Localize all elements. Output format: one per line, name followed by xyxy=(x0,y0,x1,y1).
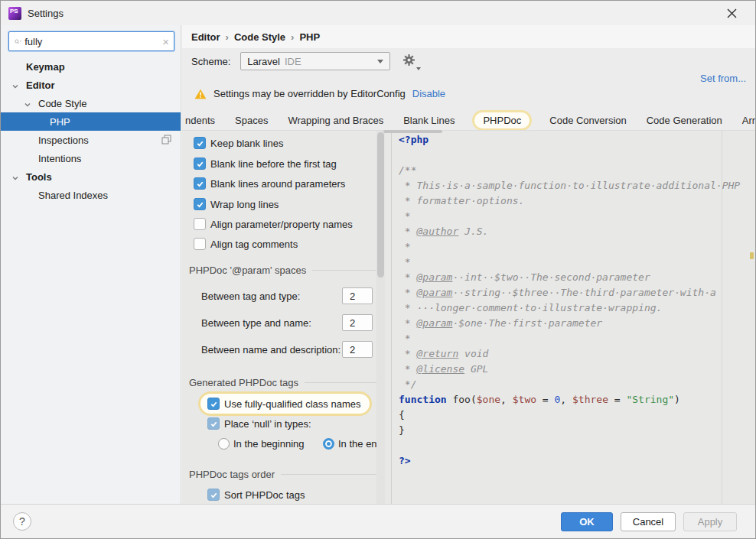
checkbox-place-null-in-types[interactable]: Place ‘null’ in types: xyxy=(207,416,311,431)
chevron-down-icon[interactable] xyxy=(11,81,19,93)
settings-search-box[interactable]: × xyxy=(8,31,174,51)
tab-tabs-and-indents[interactable]: ndents xyxy=(182,115,225,126)
settings-content: Editor › Code Style › PHP Scheme: Larave… xyxy=(182,25,756,505)
settings-tree: Keymap Editor Code Style PHP Inspections… xyxy=(1,57,181,204)
window-title: Settings xyxy=(28,8,64,19)
code-line: ?> xyxy=(399,453,756,469)
search-input[interactable] xyxy=(21,36,162,47)
checkbox-wrap-long-lines[interactable]: Wrap long lines xyxy=(194,196,279,212)
checkbox-checked-icon xyxy=(194,137,206,149)
code-segment: "String" xyxy=(626,394,674,405)
checkbox-keep-blank-lines[interactable]: Keep blank lines xyxy=(194,135,283,151)
checkbox-checked-icon xyxy=(207,489,220,501)
spinner-label: Between tag and type: xyxy=(201,291,300,302)
tree-item-label: Keymap xyxy=(26,61,65,73)
search-icon xyxy=(15,36,21,47)
between-name-and-description-input[interactable] xyxy=(342,341,373,358)
error-stripe-mark xyxy=(750,252,754,259)
tree-item-keymap[interactable]: Keymap xyxy=(1,57,181,76)
radio-in-the-beginning[interactable]: In the beginning xyxy=(218,436,305,451)
code-segment: * xyxy=(399,363,416,375)
code-segment: $one xyxy=(477,394,500,405)
breadcrumb-separator: › xyxy=(291,31,294,43)
checkbox-align-tag-comments[interactable]: Align tag comments xyxy=(194,236,298,252)
copy-squares-icon xyxy=(161,135,171,147)
close-button[interactable] xyxy=(723,5,740,21)
chevron-down-icon[interactable] xyxy=(11,173,19,184)
code-segment: = xyxy=(608,394,626,405)
code-line: * @return void xyxy=(399,346,756,362)
checkbox-use-fully-qualified-class-names[interactable]: Use fully-qualified class names xyxy=(200,394,370,414)
checkbox-label: Use fully-qualified class names xyxy=(224,398,360,410)
breadcrumb-code-style[interactable]: Code Style xyxy=(234,31,285,43)
tree-item-tools[interactable]: Tools xyxy=(1,167,181,186)
phpstorm-logo-text: PS xyxy=(8,7,18,15)
tabs-horizontal-scrollbar[interactable] xyxy=(383,130,442,133)
tree-item-code-style[interactable]: Code Style xyxy=(1,94,181,112)
tree-item-inspections[interactable]: Inspections xyxy=(1,131,181,149)
tree-item-editor[interactable]: Editor xyxy=(1,76,181,94)
scheme-actions-button[interactable] xyxy=(402,54,418,69)
options-scrollbar-track[interactable] xyxy=(376,131,385,505)
chevron-down-icon[interactable] xyxy=(24,99,31,111)
code-line: { xyxy=(399,407,756,423)
code-segment: * xyxy=(399,348,416,359)
options-scrollbar-thumb[interactable] xyxy=(377,132,384,278)
code-segment: } xyxy=(399,424,405,436)
spinner-label: Between name and description: xyxy=(201,344,341,356)
code-segment: @param xyxy=(416,287,452,298)
code-segment: ··int··$two··The·second·parameter xyxy=(452,271,650,283)
code-segment: * xyxy=(399,333,411,344)
tab-code-generation[interactable]: Code Generation xyxy=(637,115,732,126)
checkbox-blank-line-before-first-tag[interactable]: Blank line before the first tag xyxy=(194,156,337,171)
section-param-spaces: PHPDoc '@param' spaces xyxy=(189,265,385,276)
section-title: PHPDoc '@param' spaces xyxy=(189,265,306,276)
code-segment: /** xyxy=(399,164,416,176)
section-title: PHPDoc tags order xyxy=(189,469,275,480)
chevron-down-icon xyxy=(377,60,383,63)
scheme-dropdown[interactable]: Laravel IDE xyxy=(240,52,390,70)
radio-in-the-end[interactable]: In the end xyxy=(323,436,383,451)
code-segment: void xyxy=(458,348,488,359)
tab-phpdoc-selected[interactable]: PHPDoc xyxy=(474,112,530,128)
checkbox-blank-lines-around-parameters[interactable]: Blank lines around parameters xyxy=(194,176,345,191)
cancel-button[interactable]: Cancel xyxy=(621,512,676,531)
help-button[interactable]: ? xyxy=(13,512,31,531)
tree-item-intentions[interactable]: Intentions xyxy=(1,149,181,167)
set-from-link[interactable]: Set from... xyxy=(700,73,746,84)
tab-arrangement[interactable]: Arrangement xyxy=(732,115,756,126)
breadcrumb-editor[interactable]: Editor xyxy=(191,31,220,43)
checkbox-checked-icon xyxy=(207,417,220,430)
code-line: * @author J.S. xyxy=(399,224,756,239)
dialog-footer: ? OK Cancel Apply xyxy=(1,504,755,538)
code-line: function foo($one, $two = 0, $three = "S… xyxy=(399,392,756,407)
code-segment: = xyxy=(536,394,554,405)
checkbox-checked-icon xyxy=(207,398,220,410)
ok-button[interactable]: OK xyxy=(561,512,613,531)
tree-item-shared-indexes[interactable]: Shared Indexes xyxy=(1,186,181,204)
scheme-value: Laravel xyxy=(247,56,280,67)
between-tag-and-type-input[interactable] xyxy=(342,287,373,304)
code-segment: * This·is·a·sample·function·to·illustrat… xyxy=(399,180,740,191)
between-type-and-name-input[interactable] xyxy=(342,314,373,331)
code-segment: * xyxy=(399,271,416,283)
clear-search-icon[interactable]: × xyxy=(162,36,169,47)
checkbox-align-parameter-property-names[interactable]: Align parameter/property names xyxy=(194,216,353,232)
tab-wrapping-and-braces[interactable]: Wrapping and Braces xyxy=(278,115,393,126)
code-line: * formatter·options. xyxy=(399,193,756,209)
tree-item-label: Intentions xyxy=(38,153,81,164)
checkbox-sort-phpdoc-tags[interactable]: Sort PHPDoc tags xyxy=(207,487,305,502)
tab-spaces[interactable]: Spaces xyxy=(225,115,278,126)
code-segment: ··string··$three··The·third·parameter·wi… xyxy=(452,287,715,298)
disable-link[interactable]: Disable xyxy=(412,88,445,99)
code-segment: * xyxy=(399,226,416,237)
tree-item-php-selected[interactable]: PHP xyxy=(1,112,181,131)
section-rule xyxy=(312,270,385,271)
code-line: * xyxy=(399,255,756,270)
breadcrumb-php[interactable]: PHP xyxy=(299,31,320,43)
tab-code-conversion[interactable]: Code Conversion xyxy=(539,115,636,126)
code-segment: ·$one·The·first·parameter xyxy=(452,317,602,329)
code-style-tabs: ndents Spaces Wrapping and Braces Blank … xyxy=(182,110,756,130)
settings-dialog: PS Settings × Keymap Editor xyxy=(0,0,756,539)
tab-blank-lines[interactable]: Blank Lines xyxy=(393,115,464,126)
